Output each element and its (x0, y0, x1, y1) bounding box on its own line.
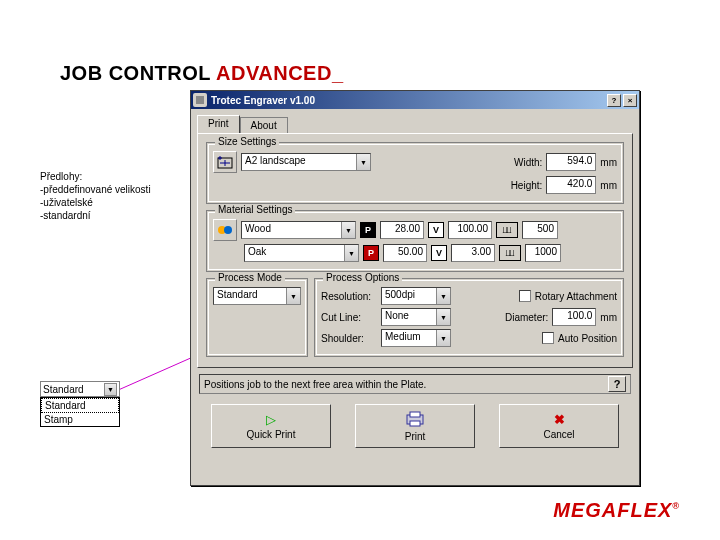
button-label: Print (405, 431, 426, 442)
chevron-down-icon[interactable]: ▼ (436, 330, 450, 346)
tab-panel: Size Settings A2 landscape ▼ Width: 594.… (197, 133, 633, 368)
logo-text: MEGAFLEX (553, 499, 672, 521)
callout-text: Předlohy: -předdefinované velikosti -uži… (40, 170, 180, 222)
chevron-down-icon[interactable]: ▼ (436, 288, 450, 304)
status-help-button[interactable]: ? (608, 376, 626, 392)
svg-rect-6 (410, 412, 420, 417)
button-label: Quick Print (247, 429, 296, 440)
tab-about[interactable]: About (240, 117, 288, 133)
tab-print[interactable]: Print (197, 115, 240, 133)
material-icon-button[interactable] (213, 219, 237, 241)
svg-rect-1 (196, 96, 204, 104)
chevron-down-icon[interactable]: ▼ (436, 309, 450, 325)
material-category-combo[interactable]: Wood ▼ (241, 221, 356, 239)
combo-text: Standard (214, 288, 286, 304)
p-chip-red: P (363, 245, 379, 261)
diameter-label: Diameter: (505, 312, 548, 323)
hz-value[interactable]: 500 (522, 221, 558, 239)
height-input[interactable]: 420.0 (546, 176, 596, 194)
unit-label: mm (600, 312, 617, 323)
help-button[interactable]: ? (607, 94, 621, 107)
p-chip-black: P (360, 222, 376, 238)
chevron-down-icon[interactable]: ▼ (286, 288, 300, 304)
wave-icon: ⳘⳘ (499, 245, 521, 261)
chevron-down-icon[interactable]: ▼ (344, 245, 358, 261)
title-plain: JOB CONTROL (60, 62, 216, 84)
megaflex-logo: MEGAFLEX® (553, 499, 680, 522)
group-title: Material Settings (215, 204, 295, 215)
material-type-combo[interactable]: Oak ▼ (244, 244, 359, 262)
chevron-down-icon[interactable]: ▼ (341, 222, 355, 238)
width-input[interactable]: 594.0 (546, 153, 596, 171)
diameter-input[interactable]: 100.0 (552, 308, 596, 326)
window-title: Trotec Engraver v1.00 (211, 95, 315, 106)
combo-text: Medium (382, 330, 436, 346)
print-button[interactable]: Print (355, 404, 475, 448)
callout-line: -standardní (40, 209, 180, 222)
unit-label: mm (600, 157, 617, 168)
v-value[interactable]: 100.00 (448, 221, 492, 239)
v-chip: V (428, 222, 444, 238)
v-chip: V (431, 245, 447, 261)
dropdown-list[interactable]: Standard Stamp (40, 397, 120, 427)
status-text: Positions job to the next free area with… (204, 379, 426, 390)
size-icon-button[interactable] (213, 151, 237, 173)
combo-text: A2 landscape (242, 154, 356, 170)
printer-icon (404, 411, 426, 429)
rotary-label: Rotary Attachment (535, 291, 617, 302)
combo-text: Oak (245, 245, 344, 261)
size-settings-group: Size Settings A2 landscape ▼ Width: 594.… (206, 142, 624, 204)
dropdown-selected[interactable]: Standard ▼ (40, 381, 120, 397)
close-button[interactable]: × (623, 94, 637, 107)
autopos-label: Auto Position (558, 333, 617, 344)
resolution-label: Resolution: (321, 291, 377, 302)
group-title: Process Mode (215, 272, 285, 283)
height-label: Height: (511, 180, 543, 191)
tabs: Print About (197, 115, 633, 133)
callout-line: -předdefinované velikosti (40, 183, 180, 196)
svg-rect-7 (410, 421, 420, 426)
autopos-checkbox[interactable] (542, 332, 554, 344)
v-value[interactable]: 3.00 (451, 244, 495, 262)
size-template-combo[interactable]: A2 landscape ▼ (241, 153, 371, 171)
app-icon (193, 93, 207, 107)
cancel-button[interactable]: ✖ Cancel (499, 404, 619, 448)
p-value[interactable]: 28.00 (380, 221, 424, 239)
button-label: Cancel (543, 429, 574, 440)
play-icon: ▷ (266, 412, 276, 427)
svg-point-4 (224, 226, 232, 234)
title-cursor: _ (332, 62, 344, 84)
process-mode-group: Process Mode Standard ▼ (206, 278, 308, 357)
material-settings-group: Material Settings Wood ▼ P 28.00 V 100.0… (206, 210, 624, 272)
hz-value[interactable]: 1000 (525, 244, 561, 262)
callout-line: -uživatelské (40, 196, 180, 209)
process-mode-combo[interactable]: Standard ▼ (213, 287, 301, 305)
chevron-down-icon[interactable]: ▼ (104, 383, 117, 396)
dropdown-selected-text: Standard (43, 384, 104, 395)
resolution-combo[interactable]: 500dpi ▼ (381, 287, 451, 305)
shoulder-combo[interactable]: Medium ▼ (381, 329, 451, 347)
cancel-icon: ✖ (554, 412, 565, 427)
titlebar[interactable]: Trotec Engraver v1.00 ? × (191, 91, 639, 109)
callout-line: Předlohy: (40, 170, 180, 183)
cutline-label: Cut Line: (321, 312, 377, 323)
group-title: Process Options (323, 272, 402, 283)
slide-title: JOB CONTROL ADVANCED_ (60, 62, 344, 85)
rotary-checkbox[interactable] (519, 290, 531, 302)
registered-icon: ® (672, 501, 680, 511)
wave-icon: ⳘⳘ (496, 222, 518, 238)
trotec-dialog: Trotec Engraver v1.00 ? × Print About Si… (190, 90, 640, 486)
shoulder-label: Shoulder: (321, 333, 377, 344)
standard-dropdown-popup[interactable]: Standard ▼ Standard Stamp (40, 381, 120, 427)
p-value[interactable]: 50.00 (383, 244, 427, 262)
chevron-down-icon[interactable]: ▼ (356, 154, 370, 170)
unit-label: mm (600, 180, 617, 191)
cutline-combo[interactable]: None ▼ (381, 308, 451, 326)
dropdown-item[interactable]: Stamp (41, 413, 119, 426)
dropdown-item[interactable]: Standard (41, 398, 119, 413)
combo-text: None (382, 309, 436, 325)
combo-text: 500dpi (382, 288, 436, 304)
quick-print-button[interactable]: ▷ Quick Print (211, 404, 331, 448)
combo-text: Wood (242, 222, 341, 238)
process-options-group: Process Options Resolution: 500dpi ▼ Rot… (314, 278, 624, 357)
